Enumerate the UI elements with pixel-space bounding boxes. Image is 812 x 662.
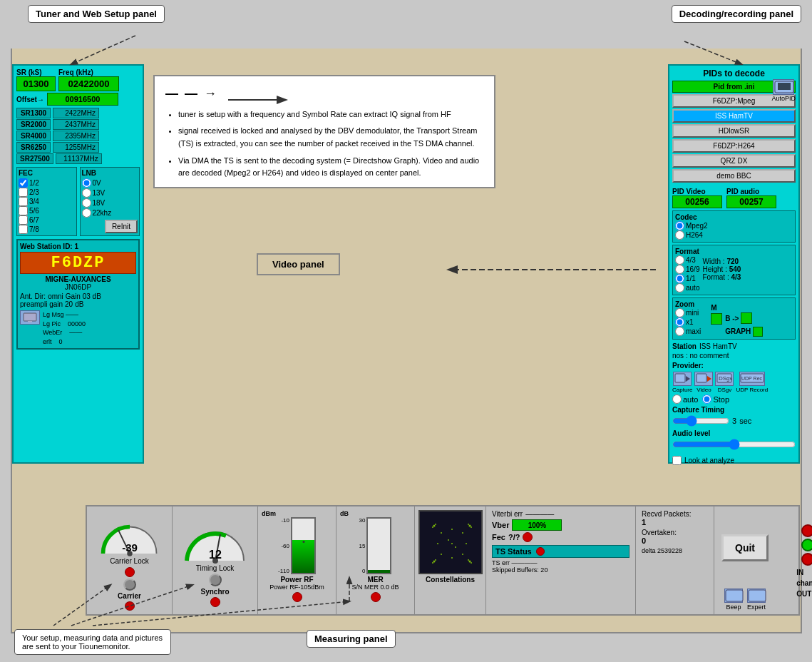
delta-value: delta 2539228: [642, 547, 708, 554]
zoom-title: Zoom: [675, 300, 701, 308]
offset-display[interactable]: 00916500: [47, 93, 118, 106]
look-analyze-label: Look at analyze: [684, 457, 734, 464]
format-4-3[interactable]: 4/3: [675, 255, 699, 265]
carrier-control[interactable]: [123, 579, 136, 591]
pid-video-label: PID Video: [672, 188, 722, 195]
udp-record-icon[interactable]: UDP Rec: [739, 372, 765, 386]
svg-rect-11: [778, 83, 791, 90]
synchro-label: Synchro: [200, 588, 229, 596]
station-demo-bbc-btn[interactable]: demo BBC: [672, 169, 796, 183]
synchro-led: [210, 597, 220, 607]
qsl-auto[interactable]: auto: [672, 394, 698, 404]
station-qrz-dx-btn[interactable]: QRZ DX: [672, 154, 796, 168]
lnb-box: LNB 0V 13V 18V 22khz ReInit: [80, 167, 140, 236]
nos-label: nos :: [672, 352, 689, 360]
qsl-stop[interactable]: Stop: [702, 394, 729, 404]
quit-button[interactable]: Quit: [721, 534, 769, 561]
video-icon[interactable]: [694, 372, 713, 386]
bottom-panel: -39 Carrier Lock Carrier 12 Timing Lock …: [86, 505, 800, 616]
lnb-22khz[interactable]: 22khz: [82, 208, 138, 218]
format-16-9[interactable]: 16/9: [675, 265, 699, 274]
svg-point-41: [441, 532, 442, 534]
capture-icon[interactable]: [673, 372, 692, 386]
svg-rect-8: [24, 313, 36, 321]
svg-text:DSgv: DSgv: [719, 375, 732, 382]
preset-sr6250-btn[interactable]: SR6250: [16, 142, 51, 153]
right-panel: PIDs to decode Pid from .ini AutoPID F6D…: [668, 64, 800, 464]
zoom-x1[interactable]: x1: [675, 317, 701, 327]
fec-7-8[interactable]: 7/8: [19, 225, 75, 234]
preset-4: SR6250 1255MHz: [16, 142, 140, 153]
synchro-control[interactable]: [209, 574, 222, 586]
beep-icon[interactable]: [724, 589, 743, 603]
preset-sr2000-btn[interactable]: SR2000: [16, 119, 51, 130]
zoom-mini[interactable]: mini: [675, 308, 701, 317]
web-monitor-icon[interactable]: [20, 310, 40, 325]
carrier-lock-label: Carrier Lock: [110, 557, 148, 565]
lnb-0v[interactable]: 0V: [82, 178, 138, 188]
codec-h264[interactable]: H264: [675, 230, 793, 240]
expert-icon[interactable]: [747, 589, 766, 603]
preset-sr4000-btn[interactable]: SR4000: [16, 131, 51, 141]
out-label: OUT: [796, 590, 812, 598]
expert-label: Expert: [747, 604, 766, 611]
station-row: Station ISS HamTV: [672, 342, 796, 350]
timing-lock-label: Timing Lock: [196, 564, 235, 572]
format-auto[interactable]: auto: [675, 283, 699, 292]
timing-slider[interactable]: [672, 415, 729, 427]
format-dimensions: Width : 720 Height : 540 Format : 4/3: [702, 258, 741, 292]
station-f6dzp-h264-btn[interactable]: F6DZP:H264: [672, 139, 796, 153]
db-gauge: [366, 517, 391, 574]
timing-value: 3: [732, 417, 736, 425]
station-iss-hamtv-btn[interactable]: ISS HamTV: [672, 109, 796, 123]
fec-5-6[interactable]: 5/6: [19, 206, 75, 215]
fec-1-2[interactable]: 1/2: [19, 178, 75, 188]
mer-section: dB 30 15 0 MER S/N MER 0.0 dB: [336, 506, 415, 614]
reinit-button[interactable]: ReInit: [105, 220, 138, 233]
svg-point-34: [432, 562, 433, 564]
constellation-display: [418, 510, 483, 574]
station-hdlowsr-btn[interactable]: HDlowSR: [672, 124, 796, 138]
skipped-buffers: Skipped Buffers: 20: [492, 566, 629, 574]
svg-text:-39: -39: [122, 541, 138, 554]
channel-label: chanel: [796, 579, 812, 587]
pid-video-value[interactable]: 00256: [672, 195, 722, 208]
nos-value: no comment: [689, 352, 729, 360]
svg-point-32: [433, 561, 435, 563]
preset-freq1: 2422MHz: [53, 108, 99, 118]
pid-audio-value[interactable]: 00257: [726, 195, 776, 208]
codec-mpeg2[interactable]: Mpeg2: [675, 221, 793, 230]
constellation-section: Constellations: [415, 506, 486, 614]
provider-label: Provider:: [672, 362, 796, 370]
format-box: Format 4/3 16/9 1/1 auto Width : 720 Hei…: [672, 245, 796, 295]
svg-point-28: [432, 526, 433, 528]
svg-point-31: [471, 526, 472, 528]
dbm-label: dBm: [262, 510, 276, 517]
fec-2-3[interactable]: 2/3: [19, 188, 75, 197]
freq-display[interactable]: 02422000: [58, 76, 119, 91]
svg-rect-14: [697, 374, 706, 382]
lnb-13v[interactable]: 13V: [82, 188, 138, 198]
in-out-section: IN chanel OUT: [776, 506, 812, 614]
fec-label: Fec: [492, 533, 505, 541]
zoom-maxi[interactable]: maxi: [675, 327, 701, 336]
sr-display[interactable]: 01300: [16, 76, 56, 91]
preset-1: SR1300 2422MHz: [16, 108, 140, 118]
fec-6-7[interactable]: 6/7: [19, 215, 75, 225]
look-analyze-checkbox[interactable]: [672, 456, 682, 465]
audio-slider[interactable]: [672, 439, 796, 450]
station-label: Station: [672, 342, 697, 350]
fec-3-4[interactable]: 3/4: [19, 197, 75, 206]
svg-point-43: [441, 554, 442, 555]
preset-2: SR2000 2437MHz: [16, 119, 140, 130]
lnb-18v[interactable]: 18V: [82, 198, 138, 208]
mer-led: [371, 592, 381, 602]
power-rf-value: Power RF-105dBm: [269, 584, 324, 591]
svg-point-35: [468, 561, 471, 563]
preset-sr1300-btn[interactable]: SR1300: [16, 108, 51, 118]
preset-sr27500-btn[interactable]: SR27500: [16, 153, 53, 164]
format-1-1[interactable]: 1/1: [675, 274, 699, 283]
svg-point-29: [468, 525, 471, 527]
dsgv-icon[interactable]: DSgv: [715, 372, 734, 386]
svg-text:12: 12: [209, 549, 222, 561]
